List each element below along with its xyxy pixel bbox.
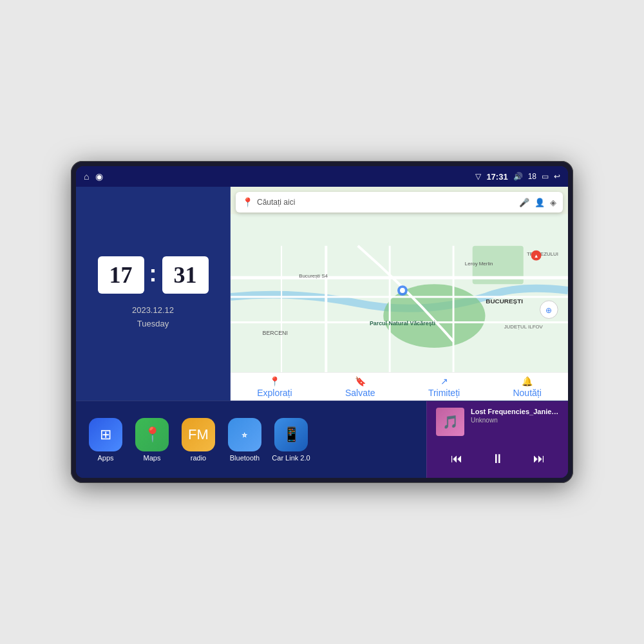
svg-text:▲: ▲ [534,253,539,259]
status-bar: ⌂ ◉ ▽ 17:31 🔊 18 ▭ ↩ [76,166,568,187]
clock-date: 2023.12.12 Tuesday [132,304,174,331]
map-pin-icon: 📍 [242,197,253,207]
maps-icon: 📍 [135,418,169,451]
map-nav-share[interactable]: ↗ Trimiteți [428,376,460,398]
svg-text:JUDEȚUL ILFOV: JUDEȚUL ILFOV [504,324,544,330]
apps-section: ⊞ Apps 📍 Maps FM radio [76,401,426,478]
next-button[interactable]: ⏭ [528,450,550,468]
clock-minutes: 31 [162,256,209,294]
top-row: 17 : 31 2023.12.12 Tuesday [76,187,568,401]
app-item-maps[interactable]: 📍 Maps [133,418,171,462]
music-controls: ⏮ ⏸ ⏭ [436,446,559,471]
clock-display: 17 : 31 [98,256,209,294]
apps-label: Apps [97,454,113,462]
map-bottom-bar: 📍 Explorați 🔖 Salvate ↗ Trimiteți 🔔 [231,372,568,401]
mic-icon[interactable]: 🎤 [519,198,529,207]
music-info: Lost Frequencies_Janieck Devy-... Unknow… [471,408,559,424]
map-search-bar[interactable]: 📍 Căutați aici 🎤 👤 ◈ [236,192,563,213]
clock-widget: 17 : 31 2023.12.12 Tuesday [76,187,231,401]
svg-text:Leroy Merlin: Leroy Merlin [465,261,493,267]
map-search-right: 🎤 👤 ◈ [519,198,556,207]
music-title: Lost Frequencies_Janieck Devy-... [471,408,559,415]
music-thumbnail: 🎵 [436,408,464,436]
news-icon: 🔔 [522,376,533,386]
music-top: 🎵 Lost Frequencies_Janieck Devy-... Unkn… [436,408,559,436]
app-item-radio[interactable]: FM radio [179,418,218,462]
maps-label: Maps [144,454,161,462]
explore-label: Explorați [257,388,292,398]
carlink-label: Car Link 2.0 [272,454,310,462]
app-item-apps[interactable]: ⊞ Apps [86,418,125,462]
svg-text:BERCENI: BERCENI [262,330,287,336]
main-content: 17 : 31 2023.12.12 Tuesday [76,187,568,478]
status-left: ⌂ ◉ [84,171,103,182]
share-icon: ↗ [440,376,448,386]
device-shell: ⌂ ◉ ▽ 17:31 🔊 18 ▭ ↩ 17 : [71,161,573,483]
clock-hours: 17 [98,256,144,294]
app-item-bluetooth[interactable]: ⭒ Bluetooth [225,418,264,462]
bottom-row: ⊞ Apps 📍 Maps FM radio [76,401,568,478]
saved-label: Salvate [345,388,375,398]
play-pause-button[interactable]: ⏸ [486,449,509,469]
svg-text:BUCUREȘTI: BUCUREȘTI [486,298,523,305]
screen: ⌂ ◉ ▽ 17:31 🔊 18 ▭ ↩ 17 : [76,166,568,478]
layers-icon[interactable]: ◈ [550,198,556,207]
radio-icon: FM [182,418,215,451]
volume-icon: 🔊 [513,172,523,181]
back-icon[interactable]: ↩ [554,172,560,181]
map-nav-saved[interactable]: 🔖 Salvate [345,376,375,398]
news-label: Noutăți [513,388,541,398]
music-section: 🎵 Lost Frequencies_Janieck Devy-... Unkn… [426,401,568,478]
battery-icon: ▭ [542,172,549,181]
bluetooth-icon: ⭒ [228,418,261,451]
svg-text:București S4: București S4 [299,273,328,279]
map-nav-news[interactable]: 🔔 Noutăți [513,376,541,398]
map-widget[interactable]: Parcul Natural Văcărești Leroy Merlin BU… [231,187,568,401]
status-right: ▽ 17:31 🔊 18 ▭ ↩ [475,172,560,182]
svg-point-18 [400,288,405,293]
account-icon[interactable]: 👤 [535,198,545,207]
explore-icon: 📍 [269,376,280,386]
map-search-text[interactable]: Căutați aici [257,198,515,207]
clock-colon: : [149,260,157,287]
saved-icon: 🔖 [355,376,366,386]
status-time: 17:31 [486,172,507,182]
music-artist: Unknown [471,417,559,424]
apps-icon: ⊞ [89,418,122,451]
bluetooth-label: Bluetooth [230,454,260,462]
battery-level: 18 [528,172,536,181]
carlink-icon: 📱 [274,418,308,451]
share-label: Trimiteți [428,388,460,398]
signal-icon: ▽ [475,172,481,181]
home-icon[interactable]: ⌂ [84,171,89,182]
radio-label: radio [191,454,206,462]
app-item-carlink[interactable]: 📱 Car Link 2.0 [272,418,310,462]
svg-text:⊕: ⊕ [545,306,552,315]
nav-icon[interactable]: ◉ [95,171,103,182]
map-nav-explore[interactable]: 📍 Explorați [257,376,292,398]
svg-text:Parcul Natural Văcărești: Parcul Natural Văcărești [370,320,435,327]
prev-button[interactable]: ⏮ [446,450,468,468]
